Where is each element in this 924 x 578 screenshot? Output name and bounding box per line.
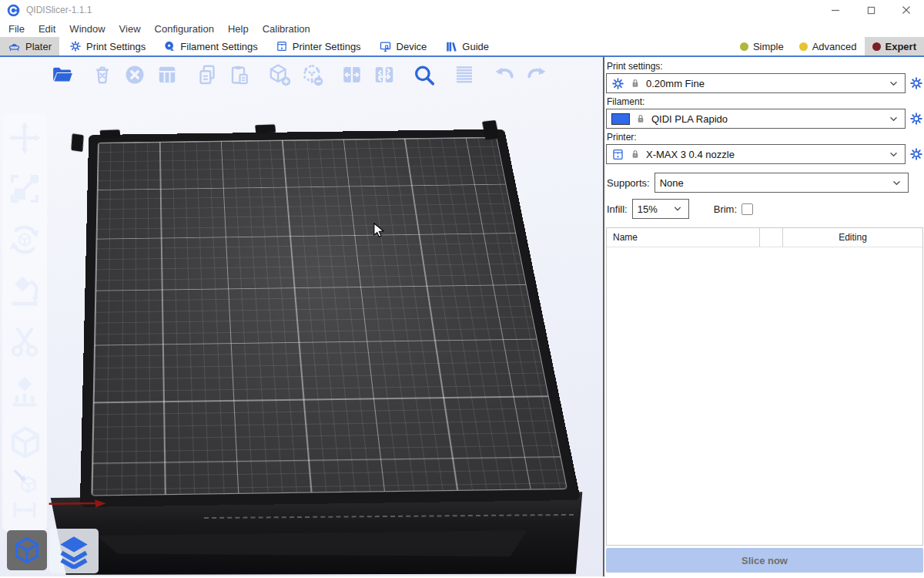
remove-instance-button[interactable] (300, 63, 323, 86)
guide-books-icon (444, 40, 457, 53)
print-bed-surface (92, 137, 566, 495)
object-list-body[interactable] (607, 247, 922, 545)
printer-icon (611, 148, 624, 161)
menu-edit[interactable]: Edit (32, 22, 62, 36)
print-settings-combo[interactable]: 0.20mm Fine (606, 73, 906, 93)
redo-button[interactable] (525, 63, 548, 86)
minimize-button[interactable] (818, 0, 853, 20)
copy-icon (196, 63, 219, 86)
mode-expert[interactable]: Expert (865, 37, 924, 55)
qidislicer-window: QIDISlicer-1.1.1 File Edit Window View C… (0, 0, 924, 578)
bed-clip (255, 124, 276, 133)
undo-arrow-icon (493, 62, 516, 87)
filament-combo[interactable]: QIDI PLA Rapido (606, 109, 906, 129)
chevron-down-icon (887, 77, 900, 90)
print-settings-value: 0.20mm Fine (646, 78, 882, 89)
arrange-button[interactable] (156, 63, 179, 86)
printer-combo[interactable]: X-MAX 3 0.4 nozzle (606, 144, 906, 164)
variable-layer-height-button[interactable] (453, 63, 476, 86)
add-instance-cube-icon (268, 62, 291, 87)
print-settings-gear-button[interactable] (909, 76, 923, 90)
mode-advanced[interactable]: Advanced (792, 37, 865, 55)
tab-device[interactable]: Device (371, 37, 435, 55)
brim-checkbox[interactable] (742, 203, 753, 215)
menu-file[interactable]: File (2, 22, 32, 36)
chevron-down-icon (887, 148, 900, 161)
undo-button[interactable] (493, 63, 516, 86)
close-button[interactable] (889, 0, 924, 20)
printer-icon (276, 40, 288, 52)
chevron-down-icon (671, 203, 684, 215)
settings-panel: Print settings: 0.20mm Fine Filament: QI… (604, 57, 924, 576)
menu-configuration[interactable]: Configuration (148, 22, 221, 36)
tab-print-settings[interactable]: Print Settings (62, 37, 153, 55)
redo-arrow-icon (525, 62, 548, 87)
tab-guide[interactable]: Guide (437, 37, 497, 55)
mode-simple-label: Simple (753, 41, 784, 52)
delete-all-icon (123, 63, 146, 86)
chevron-down-icon (890, 176, 903, 190)
print-settings-label: Print settings: (607, 61, 923, 72)
menu-window[interactable]: Window (62, 22, 112, 36)
tab-plater[interactable]: Plater (0, 37, 59, 55)
arrange-icon (156, 63, 179, 86)
chevron-down-icon (887, 113, 900, 126)
infill-value: 15% (638, 203, 667, 215)
infill-combo[interactable]: 15% (632, 199, 689, 219)
maximize-icon (867, 6, 875, 15)
supports-combo[interactable]: None (654, 173, 909, 193)
printer-label: Printer: (607, 132, 923, 143)
column-editing: Editing (782, 228, 922, 247)
3d-view-cube-icon (12, 535, 42, 566)
open-button[interactable] (51, 63, 74, 86)
maximize-button[interactable] (853, 0, 889, 20)
object-list-table: Name Editing (606, 227, 923, 546)
search-button[interactable] (413, 63, 436, 86)
3d-editor-view-toggle[interactable] (7, 530, 47, 570)
add-instance-button[interactable] (268, 63, 291, 86)
menu-calibration[interactable]: Calibration (256, 22, 317, 36)
copy-button[interactable] (196, 63, 219, 86)
lock-icon (634, 113, 647, 125)
lock-icon (629, 77, 641, 89)
paste-button[interactable] (228, 63, 251, 86)
printer-gear-button[interactable] (909, 147, 923, 161)
split-to-objects-button[interactable] (340, 63, 363, 86)
gear-icon (611, 77, 624, 90)
plater-icon (8, 40, 21, 53)
slice-now-button[interactable]: Slice now (606, 548, 923, 573)
device-monitor-icon (379, 40, 392, 53)
tab-printer-settings-label: Printer Settings (293, 41, 361, 52)
split-to-parts-button[interactable] (373, 63, 396, 86)
filament-gear-button[interactable] (909, 112, 923, 126)
tab-printer-settings[interactable]: Printer Settings (268, 37, 369, 55)
preview-layers-icon (56, 533, 92, 569)
tab-filament-settings[interactable]: Filament Settings (156, 37, 265, 55)
bed-corner-clip (482, 120, 499, 140)
menu-help[interactable]: Help (221, 22, 256, 36)
printer-value: X-MAX 3 0.4 nozzle (646, 149, 882, 160)
x-axis-arrow (47, 498, 108, 509)
preview-view-toggle[interactable] (49, 529, 99, 573)
filament-value: QIDI PLA Rapido (651, 113, 882, 125)
gizmo-toolbar (2, 114, 47, 532)
brim-label: Brim: (714, 203, 737, 215)
3d-viewport[interactable] (0, 57, 603, 576)
delete-button[interactable] (91, 63, 114, 86)
open-folder-icon (51, 63, 74, 86)
bed-clip (99, 129, 120, 139)
filament-color-swatch (611, 113, 630, 125)
app-logo-icon (7, 4, 20, 17)
paste-icon (228, 63, 251, 86)
close-icon (902, 5, 911, 15)
tab-plater-label: Plater (25, 41, 52, 52)
mouse-cursor (373, 223, 387, 238)
mode-advanced-label: Advanced (812, 41, 857, 52)
mode-simple[interactable]: Simple (732, 37, 792, 55)
filament-label: Filament: (607, 96, 923, 107)
delete-all-button[interactable] (123, 63, 146, 86)
filament-spool-icon (163, 40, 176, 52)
build-plate[interactable] (0, 57, 603, 576)
menu-view[interactable]: View (112, 22, 148, 36)
search-icon (413, 63, 436, 87)
